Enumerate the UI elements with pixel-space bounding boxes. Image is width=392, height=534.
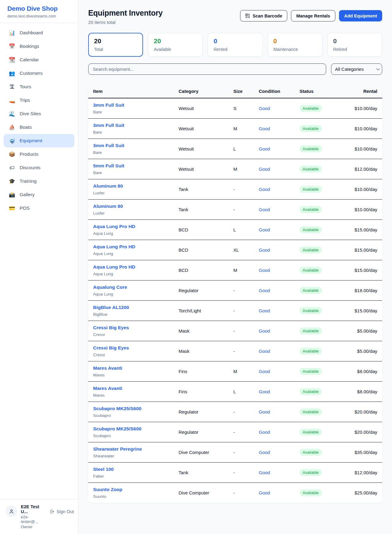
item-size: - — [233, 301, 259, 321]
stat-card-total[interactable]: 20 Total — [88, 33, 143, 57]
user-name: E2E Test U... — [21, 504, 46, 514]
sidebar-item-boats[interactable]: ⛵ Boats — [4, 120, 74, 134]
sidebar-item-training[interactable]: 🎓 Training — [4, 174, 74, 188]
sidebar-item-label: Trips — [20, 97, 30, 103]
item-name-link[interactable]: Aqua Lung Pro HD — [93, 244, 179, 250]
item-name-link[interactable]: 3mm Full Suit — [93, 102, 179, 108]
sidebar-item-dive-sites[interactable]: 🌊 Dive Sites — [4, 107, 74, 120]
item-name-link[interactable]: Aqua Lung Pro HD — [93, 264, 179, 270]
item-name-link[interactable]: Cressi Big Eyes — [93, 345, 179, 351]
item-condition-link[interactable]: Good — [259, 321, 300, 341]
col-item: Item — [88, 84, 179, 98]
sidebar-item-customers[interactable]: 👥 Customers — [4, 67, 74, 80]
item-name-link[interactable]: 3mm Full Suit — [93, 143, 179, 148]
item-name-link[interactable]: Cressi Big Eyes — [93, 325, 179, 330]
sidebar-item-products[interactable]: 📦 Products — [4, 147, 74, 161]
item-condition-link[interactable]: Good — [259, 280, 300, 301]
person-icon — [9, 509, 14, 514]
stat-card-rented[interactable]: 0 Rented — [208, 33, 262, 57]
item-condition-link[interactable]: Good — [259, 98, 300, 119]
item-name-link[interactable]: Mares Avanti — [93, 365, 179, 371]
item-condition-link[interactable]: Good — [259, 463, 300, 483]
sidebar-item-bookings[interactable]: 📅 Bookings — [4, 40, 74, 53]
item-name-link[interactable]: Suunto Zoop — [93, 487, 179, 492]
item-condition-link[interactable]: Good — [259, 220, 300, 240]
stat-card-retired[interactable]: 0 Retired — [327, 33, 382, 57]
item-condition-link[interactable]: Good — [259, 179, 300, 200]
avatar — [6, 505, 17, 517]
sidebar-item-dashboard[interactable]: 📊 Dashboard — [4, 26, 74, 40]
item-name-link[interactable]: Mares Avanti — [93, 386, 179, 391]
sidebar-item-gallery[interactable]: 📸 Gallery — [4, 188, 74, 201]
item-brand: Luxfer — [93, 211, 179, 216]
item-category: Regulator — [179, 280, 233, 301]
status-badge: Available — [300, 145, 322, 152]
item-category: Fins — [179, 361, 233, 382]
user-email: e2e-tester@... — [21, 515, 46, 524]
item-size: - — [233, 179, 259, 200]
add-equipment-button[interactable]: Add Equipment — [339, 10, 382, 21]
item-name-link[interactable]: 5mm Full Suit — [93, 163, 179, 169]
item-size: L — [233, 382, 259, 402]
item-category: Wetsuit — [179, 139, 233, 159]
main-content: Equipment Inventory 20 items total Scan … — [78, 0, 392, 534]
stat-card-available[interactable]: 20 Available — [148, 33, 203, 57]
item-name-link[interactable]: Aqua Lung Pro HD — [93, 224, 179, 229]
sidebar-item-calendar[interactable]: 📆 Calendar — [4, 53, 74, 67]
item-name-link[interactable]: 3mm Full Suit — [93, 123, 179, 128]
sidebar-item-pos[interactable]: 💳 POS — [4, 201, 74, 215]
item-condition-link[interactable]: Good — [259, 139, 300, 159]
search-input[interactable] — [88, 63, 326, 75]
item-condition-link[interactable]: Good — [259, 483, 300, 503]
manage-rentals-button[interactable]: Manage Rentals — [291, 10, 335, 21]
sidebar-item-tours[interactable]: 🏝 Tours — [4, 80, 74, 93]
item-name-link[interactable]: Shearwater Peregrine — [93, 446, 179, 452]
item-name-link[interactable]: Aluminum 80 — [93, 204, 179, 209]
sidebar-item-equipment[interactable]: 🤿 Equipment — [4, 134, 74, 147]
item-condition-link[interactable]: Good — [259, 240, 300, 260]
sidebar-item-discounts[interactable]: 🏷 Discounts — [4, 161, 74, 174]
item-condition-link[interactable]: Good — [259, 301, 300, 321]
item-condition-link[interactable]: Good — [259, 402, 300, 422]
brand-block: Demo Dive Shop demo.test.divestreams.com — [0, 0, 78, 23]
item-size: XL — [233, 240, 259, 260]
brand-domain: demo.test.divestreams.com — [7, 14, 71, 18]
item-size: M — [233, 260, 259, 280]
sidebar-item-trips[interactable]: 🚤 Trips — [4, 93, 74, 107]
item-name-link[interactable]: Scubapro MK25/S600 — [93, 426, 179, 432]
item-rental-rate: $10.00/day — [342, 179, 382, 200]
status-badge: Available — [300, 166, 322, 173]
item-condition-link[interactable]: Good — [259, 200, 300, 220]
item-condition-link[interactable]: Good — [259, 382, 300, 402]
item-condition-link[interactable]: Good — [259, 119, 300, 139]
status-badge: Available — [300, 287, 322, 294]
item-brand: Luxfer — [93, 191, 179, 195]
item-name-link[interactable]: Aluminum 80 — [93, 183, 179, 189]
sidebar-item-label: Tours — [20, 84, 31, 90]
item-condition-link[interactable]: Good — [259, 159, 300, 179]
package-icon: 📦 — [9, 151, 15, 157]
item-condition-link[interactable]: Good — [259, 341, 300, 361]
table-row: Aqua Lung Pro HD Aqua Lung BCD L Good Av… — [88, 220, 382, 240]
sidebar-item-label: Gallery — [20, 192, 35, 197]
category-select[interactable]: All Categories — [331, 63, 382, 75]
item-condition-link[interactable]: Good — [259, 442, 300, 463]
item-condition-link[interactable]: Good — [259, 422, 300, 442]
item-name-link[interactable]: Aqualung Core — [93, 284, 179, 290]
item-size: - — [233, 321, 259, 341]
col-category: Category — [179, 84, 233, 98]
item-brand: Scubapro — [93, 433, 179, 438]
stat-card-maintenance[interactable]: 0 Maintenance — [268, 33, 322, 57]
status-badge: Available — [300, 348, 322, 355]
col-rental: Rental — [342, 84, 382, 98]
item-name-link[interactable]: Steel 100 — [93, 467, 179, 472]
status-badge: Available — [300, 449, 322, 456]
scan-barcode-button[interactable]: Scan Barcode — [240, 10, 288, 21]
sign-out-button[interactable]: Sign Out — [50, 509, 74, 514]
item-name-link[interactable]: BigBlue AL1200 — [93, 305, 179, 310]
calendar-pad-icon: 📆 — [9, 57, 15, 63]
item-rental-rate: $15.00/day — [342, 220, 382, 240]
item-condition-link[interactable]: Good — [259, 361, 300, 382]
item-name-link[interactable]: Scubapro MK25/S600 — [93, 406, 179, 411]
item-condition-link[interactable]: Good — [259, 260, 300, 280]
